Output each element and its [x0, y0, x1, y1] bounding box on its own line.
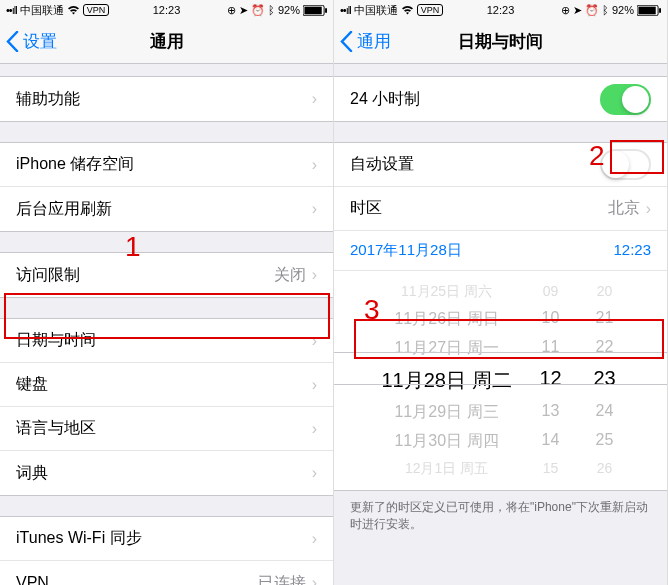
- picker-date: 11月25日 周六: [382, 283, 512, 301]
- picker-minute-selected: 23: [590, 367, 620, 394]
- row-timezone[interactable]: 时区 北京 ›: [334, 187, 667, 231]
- chevron-right-icon: ›: [312, 464, 317, 482]
- wifi-icon: [401, 5, 414, 15]
- battery-icon: [303, 5, 327, 16]
- status-time: 12:23: [487, 4, 515, 16]
- orientation-lock-icon: ⊕: [227, 4, 236, 17]
- picker-minute: 21: [590, 309, 620, 330]
- signal-icon: [340, 4, 351, 16]
- status-bar: 中国联通 VPN 12:23 ⊕ ➤ ⏰ ᛒ 92%: [0, 0, 333, 20]
- chevron-right-icon: ›: [312, 90, 317, 108]
- svg-rect-4: [638, 6, 655, 14]
- chevron-left-icon: [340, 31, 353, 52]
- chevron-right-icon: ›: [646, 200, 651, 218]
- picker-hour-selected: 12: [536, 367, 566, 394]
- toggle-24hour[interactable]: [600, 84, 651, 115]
- picker-hour: 15: [536, 460, 566, 478]
- picker-date: 11月30日 周四: [382, 431, 512, 452]
- picker-minute: 20: [590, 283, 620, 301]
- row-value: 北京: [608, 198, 640, 219]
- alarm-icon: ⏰: [585, 4, 599, 17]
- row-label: 语言与地区: [16, 418, 312, 439]
- current-date: 2017年11月28日: [350, 241, 462, 260]
- phone-left-general: 中国联通 VPN 12:23 ⊕ ➤ ⏰ ᛒ 92% 设置 通用 辅助功能 ›: [0, 0, 334, 585]
- signal-icon: [6, 4, 17, 16]
- orientation-lock-icon: ⊕: [561, 4, 570, 17]
- chevron-right-icon: ›: [312, 530, 317, 548]
- svg-rect-5: [659, 8, 661, 13]
- row-keyboard[interactable]: 键盘 ›: [0, 363, 333, 407]
- row-datetime[interactable]: 日期与时间 ›: [0, 319, 333, 363]
- picker-hour: 13: [536, 402, 566, 423]
- chevron-right-icon: ›: [312, 574, 317, 585]
- picker-minute: 24: [590, 402, 620, 423]
- row-label: 词典: [16, 463, 312, 484]
- location-icon: ➤: [573, 4, 582, 17]
- chevron-right-icon: ›: [312, 420, 317, 438]
- row-label: 后台应用刷新: [16, 199, 312, 220]
- row-label: 日期与时间: [16, 330, 312, 351]
- current-datetime-header[interactable]: 2017年11月28日 12:23: [334, 231, 667, 271]
- vpn-badge: VPN: [417, 4, 444, 16]
- picker-date: 11月29日 周三: [382, 402, 512, 423]
- bluetooth-icon: ᛒ: [268, 4, 275, 16]
- status-bar: 中国联通 VPN 12:23 ⊕ ➤ ⏰ ᛒ 92%: [334, 0, 667, 20]
- battery-icon: [637, 5, 661, 16]
- row-value: 已连接: [258, 573, 306, 586]
- picker-date: 11月26日 周日: [382, 309, 512, 330]
- back-label: 设置: [23, 30, 57, 53]
- toggle-knob: [622, 86, 649, 113]
- carrier-label: 中国联通: [20, 3, 64, 18]
- chevron-right-icon: ›: [312, 200, 317, 218]
- picker-date: 12月1日 周五: [382, 460, 512, 478]
- row-label: 自动设置: [350, 154, 600, 175]
- row-background-refresh[interactable]: 后台应用刷新 ›: [0, 187, 333, 231]
- page-title: 通用: [150, 30, 184, 53]
- bluetooth-icon: ᛒ: [602, 4, 609, 16]
- chevron-right-icon: ›: [312, 156, 317, 174]
- row-label: 访问限制: [16, 265, 274, 286]
- picker-minute: 25: [590, 431, 620, 452]
- current-time: 12:23: [613, 241, 651, 260]
- toggle-knob: [602, 151, 629, 178]
- row-label: 辅助功能: [16, 89, 312, 110]
- row-auto-set[interactable]: 自动设置: [334, 143, 667, 187]
- datetime-settings[interactable]: 24 小时制 自动设置 时区 北京 › 2017年11月28日 12:23 11…: [334, 64, 667, 585]
- row-accessibility[interactable]: 辅助功能 ›: [0, 77, 333, 121]
- battery-percent: 92%: [278, 4, 300, 16]
- picker-date-selected: 11月28日 周二: [381, 367, 511, 394]
- picker-divider: [334, 352, 667, 353]
- wifi-icon: [67, 5, 80, 15]
- page-title: 日期与时间: [458, 30, 543, 53]
- row-restrictions[interactable]: 访问限制 关闭 ›: [0, 253, 333, 297]
- row-storage[interactable]: iPhone 储存空间 ›: [0, 143, 333, 187]
- back-button[interactable]: 设置: [0, 30, 57, 53]
- toggle-auto-set[interactable]: [600, 149, 651, 180]
- chevron-left-icon: [6, 31, 19, 52]
- svg-rect-1: [304, 6, 321, 14]
- back-button[interactable]: 通用: [334, 30, 391, 53]
- picker-date: 11月27日 周一: [382, 338, 512, 359]
- picker-hour: 09: [536, 283, 566, 301]
- chevron-right-icon: ›: [312, 332, 317, 350]
- row-itunes-wifi[interactable]: iTunes Wi-Fi 同步 ›: [0, 517, 333, 561]
- row-24hour[interactable]: 24 小时制: [334, 77, 667, 121]
- row-value: 关闭: [274, 265, 306, 286]
- datetime-picker[interactable]: 11月25日 周六0920 11月26日 周日1021 11月27日 周一112…: [334, 271, 667, 490]
- row-language-region[interactable]: 语言与地区 ›: [0, 407, 333, 451]
- row-vpn[interactable]: VPN 已连接 ›: [0, 561, 333, 585]
- settings-list[interactable]: 辅助功能 › iPhone 储存空间 › 后台应用刷新 › 访问限制 关闭 › …: [0, 64, 333, 585]
- chevron-right-icon: ›: [312, 376, 317, 394]
- row-dictionary[interactable]: 词典 ›: [0, 451, 333, 495]
- picker-hour: 14: [536, 431, 566, 452]
- row-label: iTunes Wi-Fi 同步: [16, 528, 312, 549]
- battery-percent: 92%: [612, 4, 634, 16]
- footer-note: 更新了的时区定义已可使用，将在"iPhone"下次重新启动时进行安装。: [334, 491, 667, 541]
- row-label: iPhone 储存空间: [16, 154, 312, 175]
- picker-hour: 11: [536, 338, 566, 359]
- status-time: 12:23: [153, 4, 181, 16]
- phone-right-datetime: 中国联通 VPN 12:23 ⊕ ➤ ⏰ ᛒ 92% 通用 日期与时间 24 小…: [334, 0, 668, 585]
- picker-hour: 10: [536, 309, 566, 330]
- picker-minute: 22: [590, 338, 620, 359]
- picker-divider: [334, 384, 667, 385]
